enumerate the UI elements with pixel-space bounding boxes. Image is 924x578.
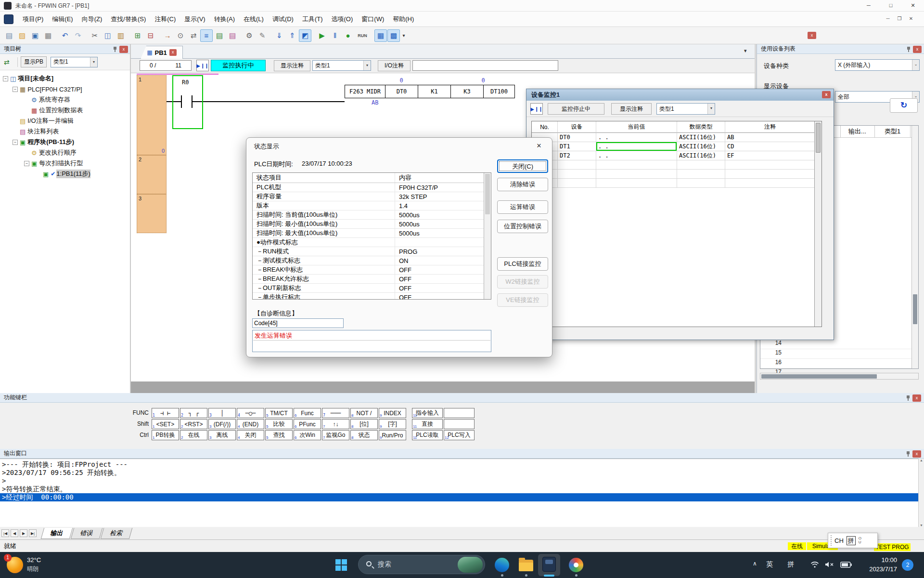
chevron-down-icon[interactable]: ▾ <box>707 104 715 114</box>
function-key-button[interactable]: 5查找 <box>265 430 293 440</box>
show-comment-button[interactable]: 显示注释 <box>274 60 310 71</box>
weather-description[interactable]: 晴朗 <box>27 565 38 573</box>
tree-item-change-exec-order[interactable]: ⚙ 更改执行顺序 <box>0 147 130 158</box>
pin-icon[interactable] <box>906 395 911 401</box>
paste-icon[interactable]: ▥ <box>115 29 127 42</box>
show-comment-button[interactable]: 显示注释 <box>611 103 652 115</box>
function-key-button[interactable] <box>444 408 475 418</box>
output-line[interactable]: >经过时间 00:00:00 <box>0 493 918 501</box>
function-key-button[interactable]: 4(END) <box>237 419 264 429</box>
clock[interactable]: 10:00 2023/7/17 <box>869 555 897 574</box>
paint-app-icon[interactable] <box>569 558 583 572</box>
drag-handle-icon[interactable] <box>830 535 833 546</box>
run-mode-icon[interactable]: RUN <box>355 29 370 42</box>
comment-display-icon[interactable]: ≡ <box>200 29 213 42</box>
position-control-error-button[interactable]: 位置控制错误 <box>497 220 548 233</box>
toolbar-overflow-icon[interactable]: ▾ <box>400 29 407 42</box>
pause-icon[interactable]: ‖ <box>329 29 341 42</box>
function-key-button[interactable]: 8状态 <box>350 430 378 440</box>
function-key-button[interactable] <box>444 419 475 429</box>
function-key-button[interactable]: 6PFunc <box>294 419 321 429</box>
plc-link-monitor-button[interactable]: PLC链接监控 <box>497 257 548 271</box>
time-chart-icon[interactable]: ▩ <box>387 29 400 42</box>
online-mode-icon[interactable]: ◩ <box>299 29 311 42</box>
function-key-button[interactable]: 9INDEX <box>379 408 406 418</box>
io-comment-button[interactable]: I/O注释 <box>378 60 411 71</box>
battery-icon[interactable] <box>840 562 852 568</box>
ime-toolbar[interactable]: CH 拼 OU <box>828 533 878 548</box>
close-panel-icon[interactable]: x <box>119 46 128 53</box>
file-explorer-icon[interactable] <box>519 560 533 571</box>
vertical-scrollbar[interactable] <box>911 126 918 368</box>
device-row[interactable]: DT2 . . ASCII(16位) EF <box>532 151 821 160</box>
vertical-scrollbar[interactable] <box>814 121 821 327</box>
function-key-button[interactable]: 5TM/CT <box>265 408 293 418</box>
output-line[interactable]: >--- 开始转换: 项目:FPProject --- <box>0 460 918 469</box>
output-tab[interactable]: 输出 <box>41 528 73 539</box>
comment-type-combo-editor[interactable]: 类型1 ▾ <box>312 60 371 71</box>
plc-status-icon[interactable]: ● <box>342 29 354 42</box>
comment-type-combo[interactable]: 类型1 ▾ <box>656 103 715 115</box>
instruction-box[interactable]: F263 MIDR DT0 K1 K3 DT100 <box>345 85 515 98</box>
monitor-state-button[interactable]: 监控执行中 <box>211 60 266 71</box>
comment-input[interactable] <box>412 60 558 71</box>
function-key-button[interactable]: 8[位] <box>350 419 378 429</box>
rung-2-margin-cell[interactable]: 2 <box>137 155 167 194</box>
io-comment-icon[interactable]: ▤ <box>213 29 226 42</box>
menu-options[interactable]: 选项(O) <box>327 13 358 26</box>
comment-type-combo[interactable]: 类型1 ▾ <box>51 57 98 67</box>
output-line[interactable]: >2023/07/17 09:56:25 开始转换。 <box>0 469 918 477</box>
ime-pinyin-indicator[interactable]: 拼 <box>787 560 794 569</box>
close-window-icon[interactable]: x <box>822 91 831 98</box>
mdi-close-button[interactable]: ✕ <box>907 15 915 23</box>
device-monitor-titlebar[interactable]: 设备监控1 x <box>526 89 834 101</box>
close-button[interactable]: 关闭(C) <box>497 159 548 173</box>
tray-expand-icon[interactable]: ∧ <box>753 560 757 567</box>
ve-link-monitor-button[interactable]: VE链接监控 <box>497 293 548 307</box>
tree-item-io-comment-edit[interactable]: ▤ I/O注释一并编辑 <box>0 116 130 126</box>
tab-list-arrow-icon[interactable]: ▾ <box>744 48 747 54</box>
tab-scroll-button[interactable]: |◀ <box>1 529 9 537</box>
tree-item-system-registers[interactable]: ⚙ 系统寄存器 <box>0 94 130 105</box>
monitor-toggle-icon[interactable]: ▶❙❙ <box>196 60 209 71</box>
device-row[interactable]: DT0 . . ASCII(16位) AB <box>532 133 821 142</box>
new-file-icon[interactable]: ▤ <box>3 29 15 42</box>
device-list-row[interactable]: 14 <box>760 340 918 349</box>
menu-wizard[interactable]: 向导(Z) <box>77 13 107 26</box>
start-button[interactable] <box>335 559 347 571</box>
function-key-button[interactable]: 1PB转换 <box>152 430 179 440</box>
menu-online[interactable]: 在线(L) <box>239 13 268 26</box>
tree-expander-icon[interactable]: − <box>24 161 29 166</box>
function-key-button[interactable]: 3离线 <box>208 430 236 440</box>
function-key-button[interactable]: 6Func <box>294 408 321 418</box>
plc-write-icon[interactable]: ⇑ <box>286 29 298 42</box>
block-comment-icon[interactable]: ▤ <box>226 29 239 42</box>
tree-item-program-blocks[interactable]: − ▣ 程序块(PB-11步) <box>0 137 130 147</box>
wifi-icon[interactable] <box>810 561 819 568</box>
menu-debug[interactable]: 调试(D) <box>268 13 298 26</box>
online-edit-icon[interactable]: ✎ <box>256 29 269 42</box>
function-key-button[interactable]: 1⊣ ⊢ <box>152 408 179 418</box>
close-panel-icon[interactable]: x <box>912 450 921 458</box>
tree-item-plc[interactable]: − ▦ PLC[FP0H C32T/P] <box>0 84 130 94</box>
error-code-field[interactable]: Code[45] <box>252 318 344 328</box>
pin-icon[interactable] <box>906 451 911 457</box>
tree-item-pb1[interactable]: ▣ ✔ 1:PB1(11步) <box>0 169 130 179</box>
tab-scroll-button[interactable]: ▶ <box>20 529 27 537</box>
show-pb-button[interactable]: 显示PB <box>21 56 47 67</box>
tree-item-position-control-table[interactable]: ▦ 位置控制数据表 <box>0 105 130 116</box>
vertical-scrollbar[interactable]: ▲ ▼ <box>918 459 924 527</box>
vertical-scrollbar[interactable] <box>484 173 491 299</box>
save-icon[interactable]: ▣ <box>29 29 41 42</box>
open-folder-icon[interactable]: ▨ <box>16 29 28 42</box>
menu-view[interactable]: 显示(V) <box>180 13 209 26</box>
fpwin-app-icon[interactable] <box>542 557 556 572</box>
mdi-restore-button[interactable]: ❐ <box>895 15 904 23</box>
monitor-state-button[interactable]: 监控停止中 <box>548 103 604 115</box>
function-key-button[interactable]: 9[字] <box>379 419 406 429</box>
pin-icon[interactable] <box>906 46 911 53</box>
empty-row[interactable] <box>532 179 821 188</box>
output-tab[interactable]: 错误 <box>71 528 103 539</box>
menu-find-replace[interactable]: 查找/替换(S) <box>106 13 150 26</box>
monitor-toggle-icon[interactable]: ▶❙❙ <box>530 103 543 115</box>
